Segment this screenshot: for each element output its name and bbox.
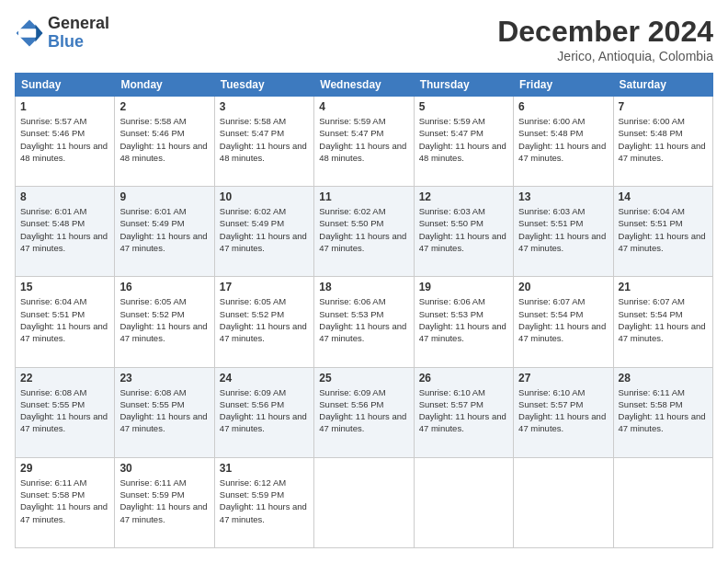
- day-info: Sunrise: 6:12 AMSunset: 5:59 PMDaylight:…: [220, 477, 307, 524]
- logo-icon: [15, 18, 44, 48]
- day-info: Sunrise: 6:06 AMSunset: 5:53 PMDaylight:…: [419, 296, 506, 343]
- day-number: 24: [220, 372, 309, 385]
- calendar-week-row: 29 Sunrise: 6:11 AMSunset: 5:58 PMDaylig…: [16, 457, 713, 547]
- day-number: 22: [20, 372, 109, 385]
- day-info: Sunrise: 5:58 AMSunset: 5:46 PMDaylight:…: [119, 116, 207, 163]
- calendar-cell: 30 Sunrise: 6:11 AMSunset: 5:59 PMDaylig…: [115, 457, 214, 547]
- calendar-week-row: 15 Sunrise: 6:04 AMSunset: 5:51 PMDaylig…: [16, 277, 713, 367]
- day-info: Sunrise: 6:03 AMSunset: 5:50 PMDaylight:…: [419, 206, 506, 253]
- page: General Blue December 2024 Jerico, Antio…: [0, 0, 728, 563]
- day-info: Sunrise: 6:10 AMSunset: 5:57 PMDaylight:…: [419, 387, 506, 434]
- calendar-week-row: 8 Sunrise: 6:01 AMSunset: 5:48 PMDayligh…: [16, 187, 713, 277]
- calendar-cell: 10 Sunrise: 6:02 AMSunset: 5:49 PMDaylig…: [214, 187, 313, 277]
- calendar-cell: 17 Sunrise: 6:05 AMSunset: 5:52 PMDaylig…: [214, 277, 313, 367]
- day-number: 31: [220, 462, 309, 475]
- day-info: Sunrise: 6:11 AMSunset: 5:58 PMDaylight:…: [619, 387, 706, 434]
- calendar-cell: 9 Sunrise: 6:01 AMSunset: 5:49 PMDayligh…: [115, 187, 214, 277]
- day-number: 8: [20, 190, 109, 203]
- day-number: 16: [119, 281, 209, 293]
- calendar-cell: 24 Sunrise: 6:09 AMSunset: 5:56 PMDaylig…: [214, 367, 313, 457]
- day-info: Sunrise: 5:57 AMSunset: 5:46 PMDaylight:…: [20, 116, 108, 163]
- day-info: Sunrise: 6:11 AMSunset: 5:59 PMDaylight:…: [119, 477, 207, 524]
- weekday-header-thursday: Thursday: [414, 74, 513, 97]
- day-info: Sunrise: 6:01 AMSunset: 5:49 PMDaylight:…: [119, 206, 207, 253]
- day-number: 20: [518, 281, 608, 293]
- day-number: 4: [319, 100, 408, 113]
- calendar-cell: 20 Sunrise: 6:07 AMSunset: 5:54 PMDaylig…: [514, 277, 613, 367]
- day-number: 7: [619, 100, 708, 113]
- calendar-week-row: 22 Sunrise: 6:08 AMSunset: 5:55 PMDaylig…: [16, 367, 713, 457]
- weekday-header-row: SundayMondayTuesdayWednesdayThursdayFrid…: [16, 74, 713, 97]
- calendar-cell: [414, 457, 513, 547]
- day-number: 11: [319, 190, 408, 203]
- day-info: Sunrise: 6:03 AMSunset: 5:51 PMDaylight:…: [518, 206, 606, 253]
- day-info: Sunrise: 6:01 AMSunset: 5:48 PMDaylight:…: [20, 206, 108, 253]
- day-number: 29: [20, 462, 109, 475]
- day-number: 15: [20, 281, 109, 293]
- svg-marker-1: [35, 24, 42, 41]
- day-number: 3: [220, 100, 309, 113]
- calendar-cell: 7 Sunrise: 6:00 AMSunset: 5:48 PMDayligh…: [613, 97, 712, 187]
- calendar-week-row: 1 Sunrise: 5:57 AMSunset: 5:46 PMDayligh…: [16, 97, 713, 187]
- day-number: 9: [119, 190, 209, 203]
- day-number: 26: [419, 372, 508, 385]
- day-info: Sunrise: 6:02 AMSunset: 5:49 PMDaylight:…: [220, 206, 307, 253]
- calendar-cell: 13 Sunrise: 6:03 AMSunset: 5:51 PMDaylig…: [514, 187, 613, 277]
- day-number: 14: [619, 190, 708, 203]
- day-info: Sunrise: 6:05 AMSunset: 5:52 PMDaylight:…: [220, 296, 307, 343]
- calendar-cell: 25 Sunrise: 6:09 AMSunset: 5:56 PMDaylig…: [314, 367, 414, 457]
- calendar-table: SundayMondayTuesdayWednesdayThursdayFrid…: [15, 73, 713, 548]
- day-info: Sunrise: 6:09 AMSunset: 5:56 PMDaylight:…: [319, 387, 406, 434]
- day-number: 5: [419, 100, 508, 113]
- day-number: 25: [319, 372, 408, 385]
- day-info: Sunrise: 6:08 AMSunset: 5:55 PMDaylight:…: [119, 387, 207, 434]
- logo: General Blue: [15, 15, 109, 52]
- day-info: Sunrise: 6:00 AMSunset: 5:48 PMDaylight:…: [619, 116, 706, 163]
- calendar-cell: 21 Sunrise: 6:07 AMSunset: 5:54 PMDaylig…: [613, 277, 712, 367]
- day-info: Sunrise: 6:06 AMSunset: 5:53 PMDaylight:…: [319, 296, 406, 343]
- month-title: December 2024: [497, 15, 713, 49]
- day-number: 27: [518, 372, 608, 385]
- header: General Blue December 2024 Jerico, Antio…: [15, 15, 713, 63]
- day-info: Sunrise: 6:09 AMSunset: 5:56 PMDaylight:…: [220, 387, 307, 434]
- calendar-cell: [613, 457, 712, 547]
- calendar-cell: 4 Sunrise: 5:59 AMSunset: 5:47 PMDayligh…: [314, 97, 414, 187]
- weekday-header-friday: Friday: [514, 74, 613, 97]
- day-info: Sunrise: 6:11 AMSunset: 5:58 PMDaylight:…: [20, 477, 108, 524]
- calendar-cell: [314, 457, 414, 547]
- calendar-cell: 2 Sunrise: 5:58 AMSunset: 5:46 PMDayligh…: [115, 97, 214, 187]
- day-info: Sunrise: 6:10 AMSunset: 5:57 PMDaylight:…: [518, 387, 606, 434]
- svg-rect-2: [18, 29, 36, 38]
- calendar-cell: [514, 457, 613, 547]
- day-number: 2: [119, 100, 209, 113]
- logo-text: General Blue: [48, 15, 109, 52]
- day-number: 12: [419, 190, 508, 203]
- day-info: Sunrise: 6:07 AMSunset: 5:54 PMDaylight:…: [619, 296, 706, 343]
- day-number: 1: [20, 100, 109, 113]
- calendar-cell: 6 Sunrise: 6:00 AMSunset: 5:48 PMDayligh…: [514, 97, 613, 187]
- day-info: Sunrise: 5:58 AMSunset: 5:47 PMDaylight:…: [220, 116, 307, 163]
- calendar-cell: 14 Sunrise: 6:04 AMSunset: 5:51 PMDaylig…: [613, 187, 712, 277]
- weekday-header-tuesday: Tuesday: [214, 74, 313, 97]
- day-number: 19: [419, 281, 508, 293]
- weekday-header-saturday: Saturday: [613, 74, 712, 97]
- day-info: Sunrise: 6:05 AMSunset: 5:52 PMDaylight:…: [119, 296, 207, 343]
- day-info: Sunrise: 5:59 AMSunset: 5:47 PMDaylight:…: [419, 116, 506, 163]
- calendar-cell: 11 Sunrise: 6:02 AMSunset: 5:50 PMDaylig…: [314, 187, 414, 277]
- calendar-cell: 28 Sunrise: 6:11 AMSunset: 5:58 PMDaylig…: [613, 367, 712, 457]
- calendar-cell: 27 Sunrise: 6:10 AMSunset: 5:57 PMDaylig…: [514, 367, 613, 457]
- day-number: 30: [119, 462, 209, 475]
- calendar-cell: 8 Sunrise: 6:01 AMSunset: 5:48 PMDayligh…: [16, 187, 115, 277]
- calendar-cell: 31 Sunrise: 6:12 AMSunset: 5:59 PMDaylig…: [214, 457, 313, 547]
- calendar-cell: 19 Sunrise: 6:06 AMSunset: 5:53 PMDaylig…: [414, 277, 513, 367]
- day-number: 17: [220, 281, 309, 293]
- day-info: Sunrise: 6:04 AMSunset: 5:51 PMDaylight:…: [619, 206, 706, 253]
- calendar-cell: 22 Sunrise: 6:08 AMSunset: 5:55 PMDaylig…: [16, 367, 115, 457]
- day-number: 6: [518, 100, 608, 113]
- calendar-body: 1 Sunrise: 5:57 AMSunset: 5:46 PMDayligh…: [16, 97, 713, 548]
- weekday-header-sunday: Sunday: [16, 74, 115, 97]
- day-info: Sunrise: 6:00 AMSunset: 5:48 PMDaylight:…: [518, 116, 606, 163]
- day-info: Sunrise: 6:02 AMSunset: 5:50 PMDaylight:…: [319, 206, 406, 253]
- day-number: 10: [220, 190, 309, 203]
- calendar-cell: 29 Sunrise: 6:11 AMSunset: 5:58 PMDaylig…: [16, 457, 115, 547]
